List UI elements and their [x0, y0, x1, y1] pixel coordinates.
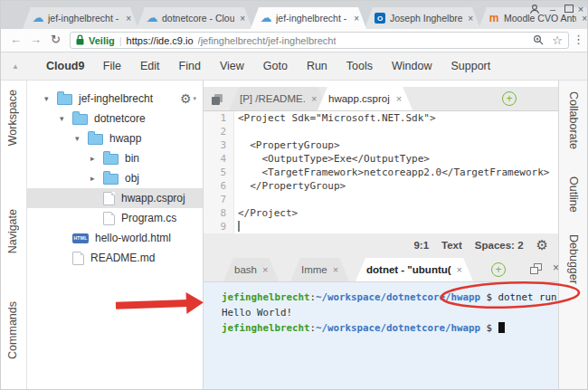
security-label: Veilig [89, 35, 115, 46]
file-icon [72, 252, 84, 265]
collapse-arrow-icon[interactable]: ▲ [12, 62, 19, 71]
terminal-tab-bash[interactable]: bash × [223, 258, 279, 281]
terminal-tab-immediate[interactable]: Imme × [290, 258, 349, 281]
url-host: https://ide.c9.io [127, 35, 194, 46]
outlook-icon: O [375, 13, 385, 24]
menu-tools[interactable]: Tools [337, 60, 382, 72]
disclosure-open-icon[interactable]: ▾ [60, 114, 72, 123]
disclosure-closed-icon[interactable]: ▸ [90, 154, 103, 163]
terminal-prompt-line: jefinghelbrecht:~/workspace/dotnetcore/h… [222, 320, 560, 336]
forward-arrow-icon[interactable]: → [30, 33, 42, 46]
prompt-user: jefinghelbrecht [222, 291, 310, 303]
rail-tab-collaborate[interactable]: Collaborate [567, 91, 580, 149]
disclosure-open-icon[interactable]: ▾ [75, 134, 88, 143]
editor-tabbar: [P] /README.md × hwapp.csproj × + [204, 87, 560, 111]
rail-tab-workspace[interactable]: Workspace [6, 90, 19, 146]
tree-row[interactable]: ▸ obj [27, 168, 203, 188]
line-number: 8 [204, 206, 233, 220]
new-terminal-button[interactable]: + [491, 262, 506, 277]
new-tab-button[interactable]: + [502, 91, 517, 106]
file-icon [103, 192, 115, 205]
tree-row[interactable]: ▾ jef-inghelbrecht [27, 89, 203, 109]
indent-setting[interactable]: Spaces: 2 [475, 240, 524, 251]
close-icon[interactable]: × [581, 14, 588, 24]
tab-list-icon[interactable] [211, 93, 223, 109]
tree-settings-button[interactable]: ⚙ ▾ [180, 91, 196, 106]
code-line: <Project Sdk="Microsoft.NET.Sdk"> [238, 112, 436, 124]
menu-support[interactable]: Support [441, 60, 500, 72]
bookmark-star-icon[interactable]: ☆ [552, 33, 563, 47]
refresh-icon[interactable]: ↻ [51, 33, 61, 46]
tree-row[interactable]: ▾ hwapp [27, 128, 203, 148]
browser-tab[interactable]: ☁ jef-inghelbrecht - C × [23, 7, 138, 29]
c9-menubar: ▲ Cloud9 File Edit Find View Goto Run To… [1, 52, 588, 81]
menu-goto[interactable]: Goto [253, 60, 297, 72]
rail-tab-debugger[interactable]: Debugger [567, 234, 580, 284]
close-icon[interactable]: × [125, 14, 132, 24]
menu-view[interactable]: View [210, 60, 253, 72]
close-button[interactable]: × [575, 3, 586, 14]
rail-tab-outline[interactable]: Outline [567, 176, 580, 213]
tree-row[interactable]: README.md [27, 248, 203, 268]
terminal[interactable]: jefinghelbrecht:~/workspace/dotnetcore/h… [204, 282, 560, 390]
terminal-tab-dotnet[interactable]: dotnet - "ubuntu( × [356, 258, 473, 281]
back-arrow-icon[interactable]: ← [10, 33, 22, 46]
line-number: 7 [204, 193, 233, 206]
menu-run[interactable]: Run [297, 60, 337, 72]
close-icon[interactable]: × [311, 93, 317, 104]
maximize-button[interactable] [564, 3, 574, 14]
browser-tab[interactable]: ☁ dotnetcore - Cloud × [137, 7, 252, 29]
gear-icon: ⚙ [180, 91, 192, 106]
rail-tab-commands[interactable]: Commands [6, 301, 19, 359]
disclosure-closed-icon[interactable]: ▸ [90, 174, 103, 183]
tree-row-label: hwapp [109, 132, 141, 145]
editor-tab-hwapp-csproj[interactable]: hwapp.csproj × [318, 87, 413, 110]
address-bar[interactable]: Veilig | https://ide.c9.io /jefinghelbre… [70, 32, 569, 49]
gear-icon[interactable]: ⚙ [536, 237, 548, 253]
magnifier-icon[interactable] [533, 34, 544, 47]
close-icon[interactable]: × [333, 264, 338, 275]
close-icon[interactable]: × [353, 14, 360, 24]
browser-tab-active[interactable]: ☁ jef-inghelbrecht - C × [251, 7, 366, 29]
disclosure-open-icon[interactable]: ▾ [44, 94, 57, 103]
line-number: 5 [204, 166, 233, 179]
tree-row[interactable]: HTML hello-world.html [27, 228, 203, 248]
menu-find[interactable]: Find [169, 60, 210, 72]
menu-cloud9[interactable]: Cloud9 [37, 60, 93, 72]
close-icon[interactable]: × [396, 93, 402, 104]
restore-pane-icon[interactable] [530, 263, 542, 274]
code-line: </Project> [238, 207, 298, 219]
rail-tab-navigate[interactable]: Navigate [6, 209, 19, 253]
tree-row-selected[interactable]: hwapp.csproj [27, 188, 203, 208]
url-path: /jefinghelbrecht/jef-inghelbrecht [198, 35, 337, 46]
tree-row[interactable]: ▾ dotnetcore [27, 109, 203, 128]
profile-icon[interactable] [528, 3, 541, 14]
line-number: 6 [204, 179, 233, 193]
menu-file[interactable]: File [93, 60, 130, 72]
minimize-button[interactable]: – [547, 3, 558, 14]
close-icon[interactable]: × [262, 264, 268, 275]
terminal-prompt-line: jefinghelbrecht:~/workspace/dotnetcore/h… [222, 290, 560, 305]
close-icon[interactable]: × [239, 14, 246, 24]
close-icon[interactable]: × [457, 264, 462, 275]
menu-edit[interactable]: Edit [131, 60, 170, 72]
cursor-position[interactable]: 9:1 [413, 240, 429, 251]
browser-tab[interactable]: O Joseph Inghelbrech × [365, 7, 480, 29]
editor-tab-readme[interactable]: [P] /README.md × [229, 87, 327, 110]
terminal-output: Hello World! [222, 307, 292, 319]
code-editor[interactable]: <Project Sdk="Microsoft.NET.Sdk"> <Prope… [234, 111, 560, 233]
menu-window[interactable]: Window [383, 60, 441, 72]
syntax-mode[interactable]: Text [441, 240, 462, 251]
tree-row[interactable]: ▸ bin [27, 148, 203, 168]
close-icon[interactable]: × [467, 14, 474, 24]
editor-tab-label: hwapp.csproj [328, 93, 390, 104]
line-number: 1 [204, 111, 233, 125]
chevron-down-icon: ▾ [193, 95, 196, 102]
tree-row-label: hwapp.csproj [121, 192, 185, 205]
prompt-tail: $ [480, 322, 498, 334]
file-icon [103, 212, 115, 225]
code-line: <PropertyGroup> [238, 139, 340, 151]
tree-row[interactable]: Program.cs [27, 208, 203, 228]
browser-menu-icon[interactable]: ⋮ [573, 33, 584, 46]
file-tree: ⚙ ▾ ▾ jef-inghelbrecht ▾ dotnetcore ▾ hw… [27, 81, 204, 390]
